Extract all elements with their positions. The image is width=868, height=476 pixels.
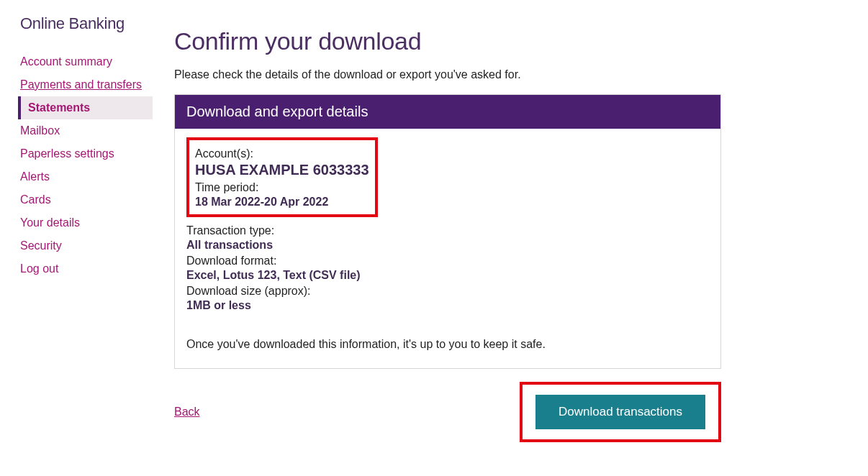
txtype-value: All transactions [186, 239, 709, 252]
nav-cards[interactable]: Cards [20, 188, 153, 211]
highlight-account-period: Account(s): HUSA EXAMPLE 6033333 Time pe… [186, 137, 378, 217]
back-link[interactable]: Back [174, 406, 200, 418]
download-highlight: Download transactions [520, 382, 721, 442]
download-details-panel: Download and export details Account(s): … [174, 94, 721, 369]
period-value: 18 Mar 2022-20 Apr 2022 [195, 196, 369, 209]
nav-statements[interactable]: Statements [18, 96, 153, 119]
nav-list: Account summary Payments and transfers S… [20, 50, 153, 280]
nav-mailbox[interactable]: Mailbox [20, 119, 153, 142]
nav-paperless-settings[interactable]: Paperless settings [20, 142, 153, 165]
format-value: Excel, Lotus 123, Text (CSV file) [186, 269, 709, 282]
txtype-label: Transaction type: [186, 224, 709, 237]
panel-body: Account(s): HUSA EXAMPLE 6033333 Time pe… [175, 129, 720, 368]
panel-header: Download and export details [175, 95, 720, 129]
nav-payments-transfers[interactable]: Payments and transfers [20, 73, 153, 96]
sidebar-title: Online Banking [20, 14, 153, 33]
accounts-value: HUSA EXAMPLE 6033333 [195, 162, 369, 178]
size-value: 1MB or less [186, 299, 709, 312]
download-transactions-button[interactable]: Download transactions [535, 395, 705, 429]
page-intro: Please check the details of the download… [174, 68, 721, 81]
page-title: Confirm your download [174, 27, 721, 55]
main-content: Confirm your download Please check the d… [174, 14, 721, 442]
nav-log-out[interactable]: Log out [20, 257, 153, 280]
format-label: Download format: [186, 255, 709, 267]
safety-note: Once you've downloaded this information,… [186, 338, 709, 351]
period-label: Time period: [195, 181, 369, 194]
nav-alerts[interactable]: Alerts [20, 165, 153, 188]
accounts-label: Account(s): [195, 147, 369, 160]
size-label: Download size (approx): [186, 285, 709, 298]
nav-account-summary[interactable]: Account summary [20, 50, 153, 73]
nav-security[interactable]: Security [20, 234, 153, 257]
sidebar: Online Banking Account summary Payments … [20, 14, 153, 442]
actions-row: Back Download transactions [174, 382, 721, 442]
nav-your-details[interactable]: Your details [20, 211, 153, 234]
